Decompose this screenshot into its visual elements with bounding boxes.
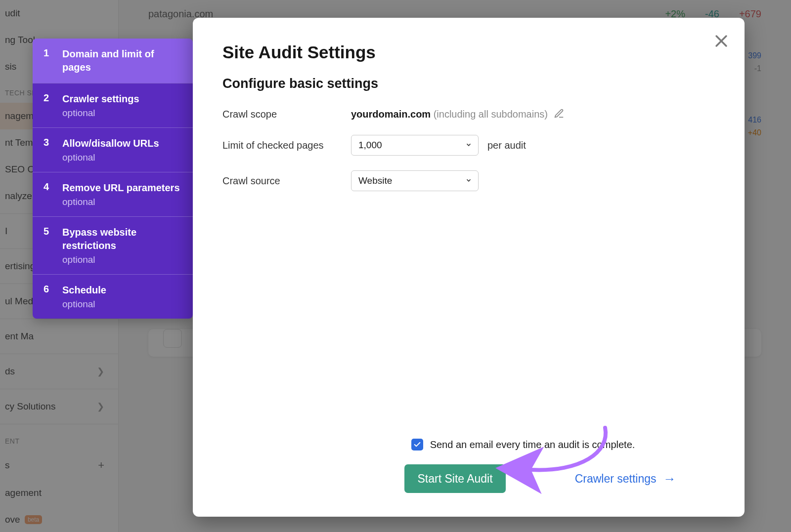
step-optional-label: optional [62,299,183,310]
arrow-right-icon: → [663,471,676,487]
step-title: Allow/disallow URLs [62,137,183,150]
site-audit-settings-modal: Site Audit Settings Configure basic sett… [193,18,745,517]
wizard-step-6[interactable]: 6 Schedule optional [33,274,193,319]
step-number: 6 [44,284,51,310]
edit-icon[interactable] [554,108,565,119]
step-title: Crawler settings [62,92,183,106]
step-title: Bypass website restrictions [62,226,183,252]
limit-row: Limit of checked pages 1,000 per audit [222,135,715,156]
chevron-down-icon [465,175,472,186]
step-title: Domain and limit of pages [62,47,183,74]
wizard-steps: 1 Domain and limit of pages 2 Crawler se… [33,39,193,319]
start-site-audit-button[interactable]: Start Site Audit [404,464,505,493]
step-optional-label: optional [62,152,183,163]
step-number: 1 [44,47,51,74]
wizard-step-1[interactable]: 1 Domain and limit of pages [33,39,193,83]
step-optional-label: optional [62,254,183,265]
crawler-settings-link[interactable]: Crawler settings → [575,471,676,487]
wizard-step-2[interactable]: 2 Crawler settings optional [33,83,193,127]
source-label: Crawl source [222,175,351,187]
step-optional-label: optional [62,197,183,207]
step-title: Schedule [62,284,183,297]
close-icon[interactable] [713,33,730,49]
wizard-step-4[interactable]: 4 Remove URL parameters optional [33,172,193,216]
modal-title: Site Audit Settings [222,42,715,62]
checkbox-icon[interactable] [411,439,423,450]
modal-footer: Send an email every time an audit is com… [222,439,715,493]
crawl-scope-suffix: (including all subdomains) [434,109,548,120]
crawl-scope-row: Crawl scope yourdomain.com (including al… [222,108,715,120]
email-notify-row[interactable]: Send an email every time an audit is com… [411,439,635,450]
source-select[interactable]: Website [351,170,479,191]
limit-value: 1,000 [358,140,382,151]
crawl-scope-label: Crawl scope [222,109,351,120]
crawl-scope-domain: yourdomain.com [351,109,431,120]
email-notify-label: Send an email every time an audit is com… [430,439,635,450]
source-value: Website [358,175,392,186]
source-row: Crawl source Website [222,170,715,191]
modal-subtitle: Configure basic settings [222,76,715,91]
step-title: Remove URL parameters [62,181,183,195]
limit-suffix: per audit [487,140,526,151]
step-optional-label: optional [62,108,183,119]
step-number: 5 [44,226,51,265]
limit-label: Limit of checked pages [222,140,351,151]
limit-select[interactable]: 1,000 [351,135,479,156]
crawl-scope-value: yourdomain.com (including all subdomains… [351,108,565,120]
button-row: Start Site Audit Crawler settings → [404,464,676,493]
step-number: 4 [44,181,51,207]
step-number: 2 [44,92,51,119]
link-label: Crawler settings [575,472,657,486]
wizard-step-5[interactable]: 5 Bypass website restrictions optional [33,216,193,274]
wizard-step-3[interactable]: 3 Allow/disallow URLs optional [33,127,193,172]
step-number: 3 [44,137,51,163]
chevron-down-icon [465,140,472,151]
